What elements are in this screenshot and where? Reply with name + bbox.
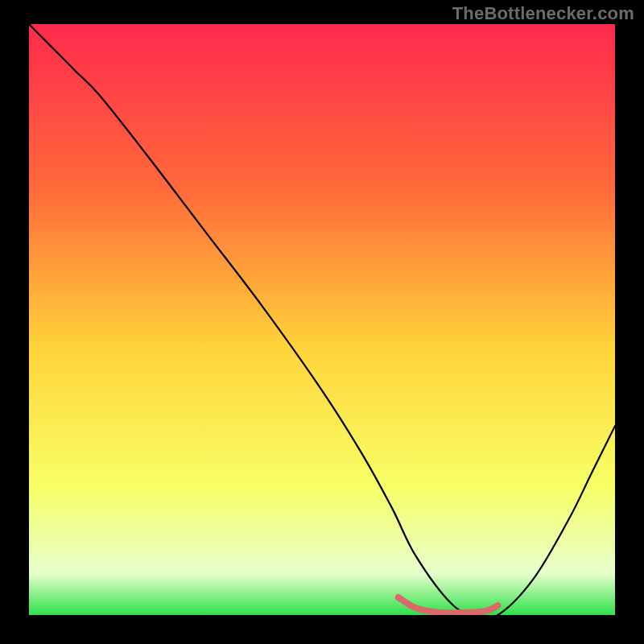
bottleneck-plot [29,24,615,615]
chart-frame: TheBottlenecker.com [0,0,644,644]
attribution-label: TheBottlenecker.com [452,3,634,24]
plot-svg [29,24,615,615]
gradient-background [29,24,615,615]
